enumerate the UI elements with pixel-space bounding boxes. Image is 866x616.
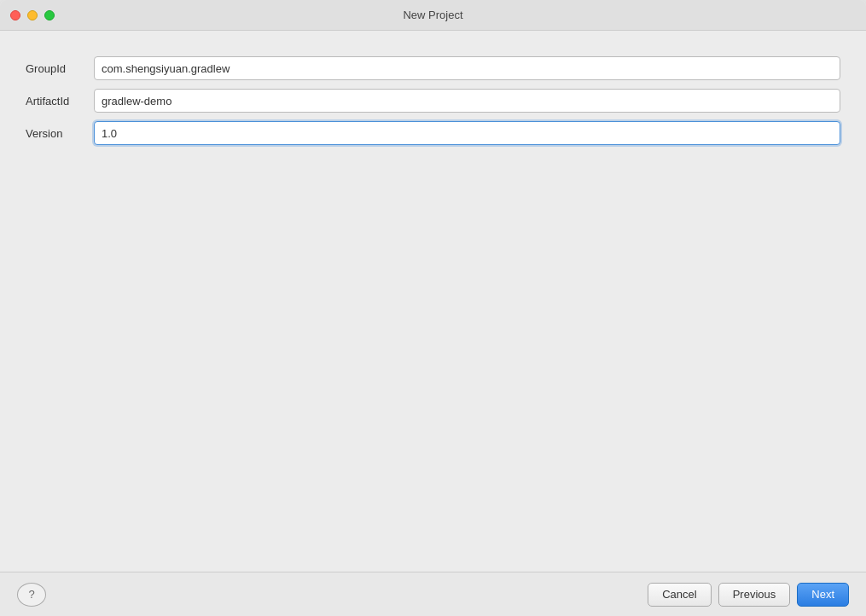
content-area: GroupId ArtifactId Version [0,31,866,572]
footer-left: ? [17,583,46,607]
version-label: Version [26,127,94,140]
footer-right: Cancel Previous Next [648,583,849,607]
next-button[interactable]: Next [797,583,849,607]
close-button[interactable] [10,10,20,20]
maximize-button[interactable] [44,10,55,20]
titlebar: New Project [0,0,866,31]
previous-button[interactable]: Previous [718,583,791,607]
footer: ? Cancel Previous Next [0,572,866,616]
minimize-button[interactable] [27,10,38,20]
help-button[interactable]: ? [17,583,46,607]
version-row: Version [26,121,840,145]
groupid-input[interactable] [94,56,840,80]
groupid-label: GroupId [26,62,94,75]
artifactid-input[interactable] [94,89,840,113]
window-title: New Project [403,9,462,21]
artifactid-row: ArtifactId [26,89,840,113]
groupid-row: GroupId [26,56,840,80]
artifactid-label: ArtifactId [26,95,94,108]
form-area: GroupId ArtifactId Version [26,56,840,145]
version-input[interactable] [94,121,840,145]
cancel-button[interactable]: Cancel [648,583,711,607]
traffic-lights [10,10,55,20]
main-window: New Project GroupId ArtifactId Version ?… [0,0,866,616]
